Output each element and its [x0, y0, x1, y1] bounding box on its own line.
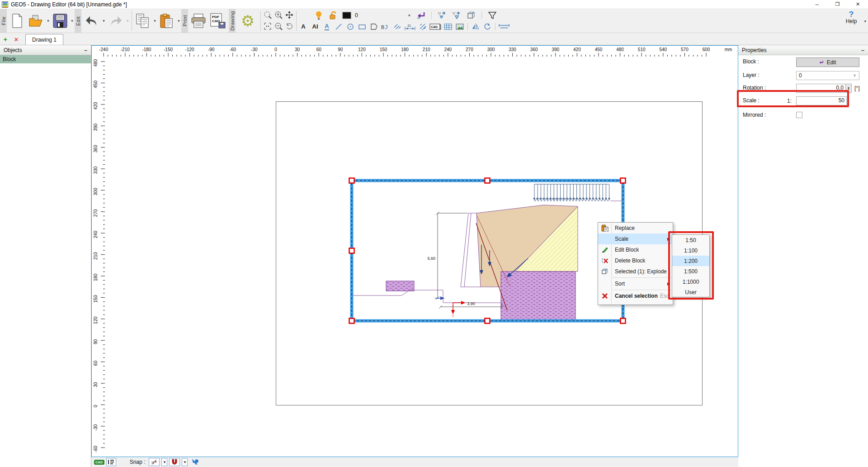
svg-text:210: 210	[93, 252, 98, 260]
minimize-button[interactable]: ─	[807, 0, 827, 9]
print-button[interactable]	[189, 9, 208, 33]
svg-text:360: 360	[530, 47, 538, 52]
menu-item-scale[interactable]: Scale ▶	[598, 234, 673, 244]
layer-dropdown[interactable]: 0 ▼	[796, 71, 859, 80]
close-button[interactable]: ✕	[848, 0, 868, 9]
menu-item-cancel-selection[interactable]: Cancel selection Esc	[598, 291, 673, 301]
magnet-button[interactable]	[169, 458, 180, 466]
paste-dropdown[interactable]: ▾	[176, 9, 181, 33]
image-tool[interactable]	[454, 21, 465, 32]
properties-panel-minimize[interactable]: –	[861, 47, 864, 53]
help-menu[interactable]: ? Help ▾	[841, 11, 862, 24]
display-options-button[interactable]	[106, 458, 116, 466]
objects-panel-title: Objects	[4, 47, 22, 53]
rotation-spinner[interactable]: ▲▼	[846, 84, 852, 93]
mirror-icon	[472, 23, 480, 30]
explode-block-button[interactable]	[466, 10, 476, 21]
circle-tool[interactable]	[345, 21, 356, 32]
move-objects-button[interactable]	[451, 10, 462, 21]
block-edit-button[interactable]: ↵ Edit	[796, 57, 859, 67]
settings-button[interactable]: ⚙	[236, 9, 259, 33]
brightness-button[interactable]	[313, 10, 324, 21]
menu-item-delete-block[interactable]: Delete Block	[598, 255, 673, 266]
submenu-item-1-100[interactable]: 1:100	[672, 245, 709, 256]
undo-dropdown[interactable]: ▾	[101, 9, 106, 33]
magnet-dropdown[interactable]: ▼	[182, 458, 188, 466]
copy-dropdown[interactable]: ▾	[152, 9, 157, 33]
zoom-window-button[interactable]	[262, 10, 273, 20]
submenu-item-1-1000[interactable]: 1:1000	[672, 276, 709, 287]
save-button[interactable]	[51, 9, 70, 33]
tool-dropdown[interactable]: ▾	[407, 13, 412, 18]
zoom-out-button[interactable]	[273, 21, 284, 32]
menu-item-explode[interactable]: Selected (1): Explode	[598, 266, 673, 277]
properties-panel: Properties – Block : ↵ Edit Layer : 0 ▼ …	[738, 45, 868, 467]
objects-list-item-block[interactable]: Block	[0, 55, 91, 63]
tab-drawing-1[interactable]: Drawing 1	[25, 34, 63, 45]
scale-input[interactable]: 50	[796, 96, 847, 105]
redo-button[interactable]	[106, 9, 125, 33]
maximize-button[interactable]: ❐	[827, 0, 848, 9]
mirror-tool[interactable]	[470, 21, 481, 32]
rectangle-tool[interactable]	[357, 21, 368, 32]
redo-dropdown[interactable]: ▾	[125, 9, 130, 33]
menu-item-replace[interactable]: Replace	[598, 223, 673, 234]
copy-button[interactable]	[133, 9, 152, 33]
menu-item-edit-block[interactable]: Edit Block	[598, 244, 673, 255]
zoom-previous-button[interactable]	[284, 21, 295, 32]
svg-text:510: 510	[638, 47, 646, 52]
snap-mode-dropdown[interactable]: ▼	[161, 458, 167, 466]
rotate-tool[interactable]	[482, 21, 493, 32]
polygon-icon	[370, 23, 378, 30]
dimension-tool[interactable]: 11	[404, 21, 416, 32]
pan-button[interactable]	[284, 10, 295, 20]
submenu-item-1-500[interactable]: 1:500	[672, 266, 709, 276]
menu-item-sort[interactable]: Sort ▶	[598, 278, 673, 289]
insert-block-button[interactable]	[415, 10, 426, 21]
mirrored-label: Mirrored :	[743, 112, 766, 118]
undo-button[interactable]	[82, 9, 101, 33]
menu-shortcut: Esc	[660, 293, 669, 299]
svg-text:-60: -60	[230, 47, 236, 52]
layers-list-icon	[108, 459, 114, 465]
selected-block-drawing[interactable]: 5,60 3,90	[348, 177, 627, 324]
polygon-tool[interactable]	[368, 21, 379, 32]
mirrored-checkbox[interactable]	[796, 112, 802, 118]
objects-panel: Objects – Block	[0, 45, 91, 467]
hatch-dimension-tool[interactable]	[417, 21, 428, 32]
cad-import-icon: CAD	[429, 23, 441, 30]
snap-settings-button[interactable]	[191, 458, 198, 467]
text-style-tool[interactable]: A	[321, 21, 332, 32]
objects-panel-minimize[interactable]: –	[84, 47, 87, 53]
open-button[interactable]	[27, 9, 46, 33]
color-swatch[interactable]	[342, 10, 351, 21]
submenu-item-1-50[interactable]: 1:50	[672, 235, 709, 245]
text-tool[interactable]: A	[298, 21, 309, 32]
rotation-input[interactable]: 0,0	[796, 84, 846, 93]
new-document-button[interactable]	[8, 9, 27, 33]
help-dropdown[interactable]: ▾	[864, 19, 866, 24]
svg-text:-210: -210	[121, 47, 130, 52]
lock-button[interactable]	[328, 10, 339, 21]
submenu-item-user[interactable]: User	[672, 287, 709, 297]
text-edit-tool[interactable]: AI	[310, 21, 321, 32]
snap-mode-button[interactable]	[149, 458, 160, 466]
paste-button[interactable]	[157, 9, 176, 33]
zoom-in-button[interactable]	[273, 10, 284, 20]
close-tab-button[interactable]: ✕	[11, 36, 22, 45]
measure-tool[interactable]	[498, 21, 510, 32]
copy-icon	[136, 14, 150, 28]
export-pdf-cad-button[interactable]: PDF CAD	[208, 9, 229, 33]
filter-button[interactable]	[487, 10, 498, 21]
cad-import-tool[interactable]: CAD	[429, 21, 442, 32]
line-tool[interactable]	[333, 21, 344, 32]
submenu-item-1-200[interactable]: 1:200	[672, 256, 709, 266]
save-dropdown[interactable]: ▾	[70, 9, 75, 33]
copy-objects-button[interactable]	[437, 10, 448, 21]
table-tool[interactable]	[443, 21, 453, 32]
add-tab-button[interactable]: +	[0, 35, 11, 45]
zoom-all-button[interactable]	[262, 21, 273, 32]
spline-tool[interactable]: B	[380, 21, 391, 32]
hatch-tool[interactable]	[392, 21, 403, 32]
open-dropdown[interactable]: ▾	[46, 9, 51, 33]
